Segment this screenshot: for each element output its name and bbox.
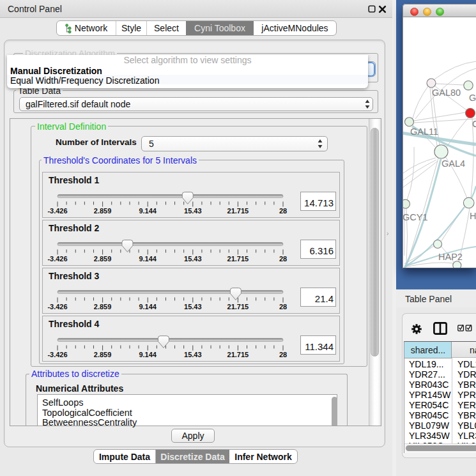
svg-text:C: C (472, 119, 476, 129)
svg-text:28: 28 (279, 255, 287, 263)
svg-text:15.43: 15.43 (184, 255, 202, 263)
svg-text:-3.426: -3.426 (47, 303, 67, 311)
svg-text:GAL4: GAL4 (441, 158, 465, 169)
svg-text:GAL11: GAL11 (410, 127, 438, 137)
svg-text:H: H (470, 211, 476, 221)
svg-text:9.144: 9.144 (139, 303, 157, 311)
svg-text:9.144: 9.144 (139, 351, 157, 358)
svg-text:-3.426: -3.426 (47, 351, 67, 358)
svg-text:15.43: 15.43 (184, 207, 202, 215)
svg-text:28: 28 (279, 207, 287, 215)
svg-text:-3.426: -3.426 (47, 207, 67, 215)
svg-text:2.859: 2.859 (94, 351, 112, 358)
svg-text:HAP2: HAP2 (438, 252, 463, 262)
svg-text:2.859: 2.859 (94, 255, 112, 263)
svg-text:21.715: 21.715 (227, 207, 249, 215)
svg-text:2.859: 2.859 (94, 303, 112, 311)
svg-text:21.715: 21.715 (227, 255, 249, 263)
svg-text:9.144: 9.144 (139, 207, 157, 215)
svg-text:-3.426: -3.426 (47, 255, 67, 263)
svg-text:2.859: 2.859 (94, 207, 112, 215)
svg-text:9.144: 9.144 (139, 255, 157, 263)
svg-text:21.715: 21.715 (227, 351, 249, 358)
svg-text:GA: GA (469, 93, 476, 103)
svg-text:28: 28 (279, 351, 287, 358)
svg-text:15.43: 15.43 (184, 303, 202, 311)
svg-text:28: 28 (279, 303, 287, 311)
svg-text:21.715: 21.715 (227, 303, 249, 311)
svg-text:15.43: 15.43 (184, 351, 202, 358)
svg-text:GCY1: GCY1 (403, 212, 428, 222)
svg-text:GAL80: GAL80 (432, 88, 461, 98)
